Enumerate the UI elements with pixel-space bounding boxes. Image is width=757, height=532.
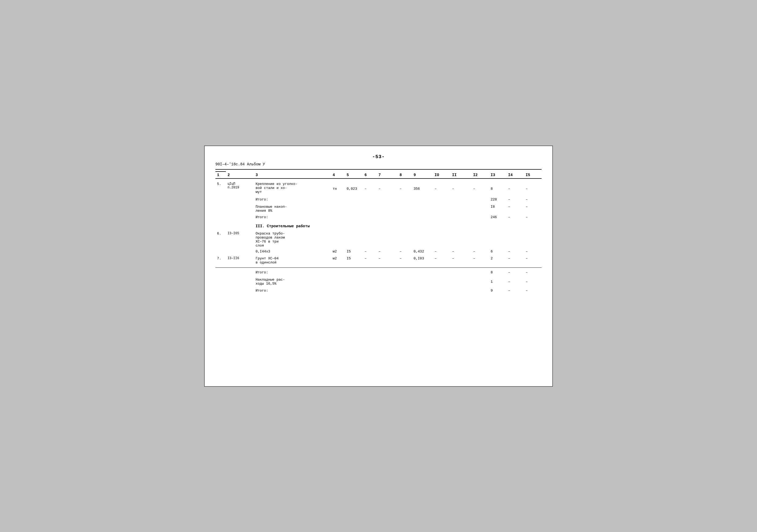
bi1-col15: – [524,267,542,275]
bi2-e7 [377,287,398,293]
row-6s-col14: – [506,248,524,254]
col-header-1: 1 [215,172,226,179]
planned-col15: – [524,202,542,213]
itogo1-e12 [471,195,489,202]
nak-e6 [363,275,377,287]
row-6s-col9: 0,432 [412,248,433,254]
bottom-itogo2-row: Итого: 9 – – [215,287,542,293]
row-6s-subdesc: 0,I44x3 [254,248,331,254]
col-header-13: I3 [489,172,506,179]
row-6-e5 [345,229,363,248]
bi1-e7 [377,267,398,275]
col-header-4: 4 [331,172,345,179]
itogo1-label: Итого: [254,195,331,202]
bi2-e1 [215,287,226,293]
row-6-code: I3–I65 [226,229,254,248]
planned-e6 [363,202,377,213]
itogo1-e10 [433,195,450,202]
row-6-e6 [363,229,377,248]
bi1-e12 [471,267,489,275]
itogo2-e5 [345,213,363,220]
row-6s-col8: – [398,248,412,254]
row-7-col12: – [471,254,489,265]
row-5-col14: – [506,179,524,195]
planned-e12 [471,202,489,213]
bi2-col14: – [506,287,524,293]
bi2-col13: 9 [489,287,506,293]
bi1-e10 [433,267,450,275]
itogo2-e9 [412,213,433,220]
row-6-e14 [506,229,524,248]
col-header-9: 9 [412,172,433,179]
row-6-e8 [398,229,412,248]
col-header-8: 8 [398,172,412,179]
bi2-e11 [450,287,471,293]
row-6-e7 [377,229,398,248]
bi1-e11 [450,267,471,275]
itogo1-col13: 228 [489,195,506,202]
col-header-14: I4 [506,172,524,179]
nak-col13: 1 [489,275,506,287]
row-6s-col7: – [377,248,398,254]
itogo2-e7 [377,213,398,220]
bi1-col14: – [506,267,524,275]
row-7-col10: – [433,254,450,265]
itogo1-col14: – [506,195,524,202]
bi1-col13: 8 [489,267,506,275]
bi2-e4 [331,287,345,293]
bi1-e5 [345,267,363,275]
itogo1-e9 [412,195,433,202]
itogo1-e8 [398,195,412,202]
bottom-divider-row [215,265,542,268]
row-7-col8: – [398,254,412,265]
row-6-e12 [471,229,489,248]
row-6-e15 [524,229,542,248]
bi2-e10 [433,287,450,293]
itogo2-e8 [398,213,412,220]
bi2-e9 [412,287,433,293]
nak-e2 [226,275,254,287]
bi2-e12 [471,287,489,293]
section-3-header: III. Строительные работы [254,220,542,229]
itogo1-e4 [331,195,345,202]
nak-e5 [345,275,363,287]
row-7-col15: – [524,254,542,265]
row-7-desc: Грунт ХС–04в одинслой [254,254,331,265]
row-itogo2: Итого: 246 – – [215,213,542,220]
planned-e7 [377,202,398,213]
bottom-itogo1-row: Итого: 8 – – [215,267,542,275]
itogo2-e6 [363,213,377,220]
bi1-e4 [331,267,345,275]
bi2-e2 [226,287,254,293]
row-6s-e2 [226,248,254,254]
planned-label: Плановые накоп-ления 8% [254,202,331,213]
planned-e9 [412,202,433,213]
row-6s-col13: 6 [489,248,506,254]
row-5-main: 5. цIцПп.2019 Крепление из уголко-вой ст… [215,179,542,195]
itogo2-e11 [450,213,471,220]
itogo1-col15: – [524,195,542,202]
col-header-11: II [450,172,471,179]
row-7-col13: 2 [489,254,506,265]
nakladnie-row: Накладные рас-ходы 16,5% 1 – – [215,275,542,287]
row-planned: Плановые накоп-ления 8% I8 – – [215,202,542,213]
nak-col15: – [524,275,542,287]
itogo1-e11 [450,195,471,202]
itogo2-col14: – [506,213,524,220]
row-6-e13 [489,229,506,248]
row-5-col7: – [377,179,398,195]
page-container: -53- 90I–4–'18c.84 Альбом У 1 2 3 4 5 6 … [204,146,553,387]
divider-top [215,169,542,170]
nak-label: Накладные рас-ходы 16,5% [254,275,331,287]
row-5-col11: – [450,179,471,195]
nak-e9 [412,275,433,287]
row-5-col8: – [398,179,412,195]
row-7-id: 7. [215,254,226,265]
planned-e10 [433,202,450,213]
bi2-e8 [398,287,412,293]
planned-e4 [331,202,345,213]
nak-e7 [377,275,398,287]
nak-e1 [215,275,226,287]
itogo2-e12 [471,213,489,220]
col-header-6: 6 [363,172,377,179]
